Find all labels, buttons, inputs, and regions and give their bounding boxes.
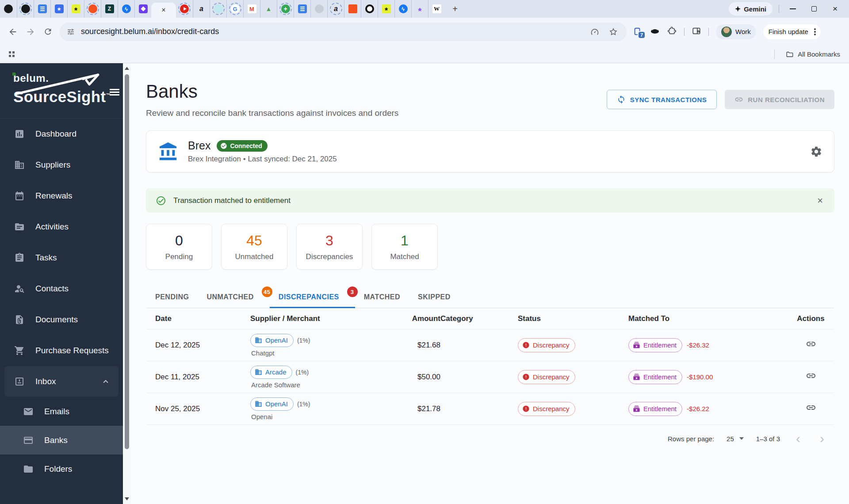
profile-button[interactable]: Work [716, 24, 756, 39]
sidebar-item-dashboard[interactable]: Dashboard [0, 118, 123, 149]
settings-gear-icon[interactable] [810, 145, 822, 158]
pinned-tab-loop-app[interactable] [134, 0, 151, 18]
finish-update-button[interactable]: Finish update [763, 24, 821, 39]
entitlement-chip[interactable]: Entitlement [628, 338, 682, 352]
side-panel-icon[interactable] [692, 26, 701, 38]
pinned-tab-teal-group[interactable] [210, 0, 226, 18]
pinned-tab-github-group[interactable] [17, 0, 34, 18]
table-header: Date Supplier / Merchant Amount Category… [146, 308, 834, 329]
link-action-icon[interactable] [806, 402, 816, 413]
tab-pending[interactable]: PENDING [146, 286, 198, 308]
pinned-tab-yellow-app[interactable] [67, 0, 84, 18]
all-bookmarks-button[interactable]: All Bookmarks [774, 50, 849, 59]
forward-button[interactable] [26, 27, 35, 37]
window-maximize-button[interactable] [811, 6, 817, 12]
pinned-tab-yellow-2[interactable] [378, 0, 394, 18]
discrepancy-chip[interactable]: Discrepancy [518, 338, 575, 352]
tab-unmatched[interactable]: UNMATCHED 45 [198, 286, 269, 308]
active-tab[interactable]: × [151, 3, 176, 18]
window-close-button[interactable] [832, 6, 838, 12]
scrollbar[interactable] [123, 63, 131, 504]
scrollbar-thumb[interactable] [125, 74, 129, 449]
entitlement-chip[interactable]: Entitlement [628, 370, 682, 384]
sidebar-item-contacts[interactable]: Contacts [0, 273, 123, 304]
apps-grid-icon[interactable] [9, 51, 15, 57]
alert-close-icon[interactable]: × [815, 195, 825, 206]
google-icon [231, 4, 240, 13]
chrome-menu-icon[interactable] [814, 31, 816, 33]
address-bar[interactable]: sourcesight.belum.ai/inbox/credit-cards [60, 23, 627, 41]
tab-skipped[interactable]: SKIPPED [409, 286, 459, 308]
sidebar-item-inbox[interactable]: Inbox [4, 366, 119, 397]
tab-matched[interactable]: MATCHED [355, 286, 409, 308]
supplier-chip[interactable]: OpenAI [250, 334, 294, 347]
pinned-tab-blue-app[interactable] [50, 0, 67, 18]
sidebar-item-folders[interactable]: Folders [0, 454, 123, 483]
pinned-tab-purple-spark[interactable] [411, 0, 428, 18]
window-minimize-button[interactable] [790, 6, 796, 12]
sidebar-menu-icon[interactable] [110, 89, 119, 96]
pinned-tab-docs-2[interactable] [294, 0, 310, 18]
pinned-tab-z-app[interactable] [101, 0, 118, 18]
entitlement-chip[interactable]: Entitlement [628, 402, 682, 416]
bookmark-star-icon[interactable] [609, 27, 618, 36]
new-tab-button[interactable]: + [448, 2, 462, 15]
extensions-puzzle-icon[interactable] [667, 26, 677, 38]
sidebar-item-activities[interactable]: Activities [0, 211, 123, 242]
sidebar-item-banks[interactable]: Banks [0, 426, 123, 454]
sync-transactions-button[interactable]: SYNC TRANSACTIONS [607, 90, 717, 109]
performance-icon[interactable] [590, 27, 599, 36]
sidebar-item-label: Documents [35, 315, 78, 325]
sidebar-item-renewals[interactable]: Renewals [0, 180, 123, 211]
reload-button[interactable] [43, 27, 53, 36]
sidebar-item-tasks[interactable]: Tasks [0, 242, 123, 273]
site-settings-icon[interactable] [67, 28, 75, 36]
inbox-icon [14, 376, 25, 387]
sidebar-item-documents[interactable]: Documents [0, 304, 123, 335]
scroll-up-icon[interactable] [125, 67, 129, 70]
extension-icon[interactable]: 7 [633, 27, 642, 37]
pinned-tab-dark-circle[interactable] [361, 0, 378, 18]
link-action-icon[interactable] [806, 339, 816, 349]
sidebar-item-emails[interactable]: Emails [0, 397, 123, 426]
tab-discrepancies[interactable]: DISCREPANCIES 3 [270, 286, 355, 308]
back-button[interactable] [8, 27, 18, 37]
bolt-icon [399, 4, 408, 13]
pinned-tab-gmail[interactable] [243, 0, 260, 18]
pinned-tab-drive[interactable] [260, 0, 277, 18]
pinned-tab-bolt-app[interactable] [118, 0, 134, 18]
link-action-icon[interactable] [806, 370, 816, 381]
sidebar-item-suppliers[interactable]: Suppliers [0, 149, 123, 180]
rows-per-page-select[interactable]: 25 [727, 435, 744, 443]
pinned-tab-green-group[interactable] [277, 0, 294, 18]
supplier-chip[interactable]: OpenAI [250, 397, 294, 411]
discrepancy-chip[interactable]: Discrepancy [518, 402, 575, 416]
pinned-tab-docs[interactable] [34, 0, 50, 18]
asterisk-icon [72, 4, 80, 13]
tab-close-icon[interactable]: × [161, 7, 165, 14]
pinned-tab-orange-square[interactable] [344, 0, 361, 18]
supplier-chip[interactable]: Arcade [250, 366, 292, 379]
pinned-tab-wikipedia[interactable] [428, 0, 445, 18]
sidebar-item-purchase-requests[interactable]: Purchase Requests [0, 335, 123, 366]
pinned-tab-google-group[interactable] [226, 0, 243, 18]
pinned-tab-orange-group[interactable] [84, 0, 101, 18]
divider [684, 28, 685, 36]
all-bookmarks-label: All Bookmarks [798, 50, 840, 58]
next-page-button[interactable]: › [816, 432, 828, 445]
bolt-icon [122, 4, 131, 13]
discrepancy-chip[interactable]: Discrepancy [518, 370, 575, 384]
gemini-button[interactable]: Gemini [729, 2, 773, 15]
run-reconciliation-button[interactable]: RUN RECONCILIATION [725, 90, 834, 109]
pinned-tab-claude[interactable] [193, 0, 210, 18]
previous-page-button[interactable]: ‹ [792, 432, 804, 445]
pinned-tab-bolt-2[interactable] [394, 0, 411, 18]
pinned-tab-claude-group[interactable] [327, 0, 344, 18]
pinned-tab-inactive[interactable] [310, 0, 327, 18]
url-text[interactable]: sourcesight.belum.ai/inbox/credit-cards [81, 27, 590, 36]
pinned-tab-github[interactable] [0, 0, 17, 18]
main-content: Banks Review and reconcile bank transact… [131, 63, 849, 504]
pinned-tab-youtube-group[interactable] [176, 0, 193, 18]
extension-icon-2[interactable] [650, 26, 660, 38]
scroll-down-icon[interactable] [125, 497, 129, 500]
